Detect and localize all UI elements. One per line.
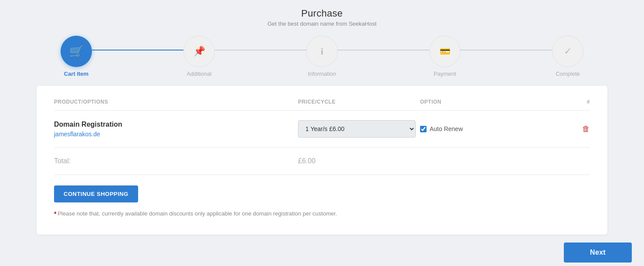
- step-information[interactable]: i Information: [306, 36, 338, 77]
- step-label-information: Information: [308, 71, 336, 77]
- auto-renew-label: Auto Renew: [430, 125, 463, 132]
- step-line-4: [461, 50, 552, 51]
- step-line-2: [215, 50, 306, 51]
- step-circle-complete: ✓: [552, 36, 583, 67]
- actions-row: CONTINUE SHOPPING * Please note that, cu…: [54, 175, 590, 222]
- product-domain[interactable]: jamesflarakos.de: [54, 131, 298, 138]
- main-card: PRODUCT/OPTIONS PRICE/CYCLE OPTION # Dom…: [37, 86, 607, 235]
- total-amount: £6.00: [298, 157, 420, 165]
- step-payment[interactable]: 💳 Payment: [429, 36, 461, 77]
- total-label: Total:: [54, 157, 298, 165]
- delete-col[interactable]: 🗑: [516, 125, 590, 134]
- continue-shopping-button[interactable]: CONTINUE SHOPPING: [54, 185, 138, 202]
- table-header: PRODUCT/OPTIONS PRICE/CYCLE OPTION #: [54, 99, 590, 111]
- next-button[interactable]: Next: [564, 242, 632, 263]
- product-name: Domain Registration: [54, 121, 298, 128]
- col-header-hash: #: [516, 99, 590, 105]
- page-title: Purchase: [268, 8, 376, 19]
- col-header-product: PRODUCT/OPTIONS: [54, 99, 298, 105]
- step-additional[interactable]: 📌 Additional: [183, 36, 215, 77]
- stepper: 🛒 Cart Item 📌 Additional i Information: [0, 31, 644, 86]
- step-line-1: [92, 50, 183, 51]
- step-circle-information: i: [306, 36, 338, 67]
- step-line-3: [338, 50, 429, 51]
- step-label-cart-item: Cart Item: [64, 71, 88, 77]
- col-header-price: PRICE/CYCLE: [298, 99, 420, 105]
- disclaimer: * Please note that, currently available …: [54, 210, 590, 217]
- delete-icon[interactable]: 🗑: [582, 125, 590, 133]
- step-circle-additional: 📌: [183, 36, 215, 67]
- step-cart-item[interactable]: 🛒 Cart Item: [61, 36, 92, 77]
- col-header-option: OPTION: [420, 99, 516, 105]
- total-row: Total: £6.00: [54, 148, 590, 175]
- price-select-wrapper[interactable]: 1 Year/s £6.00 2 Year/s £12.00 3 Year/s …: [298, 120, 420, 138]
- table-row: Domain Registration jamesflarakos.de 1 Y…: [54, 111, 590, 148]
- step-complete[interactable]: ✓ Complete: [552, 36, 583, 77]
- price-cycle-select[interactable]: 1 Year/s £6.00 2 Year/s £12.00 3 Year/s …: [298, 120, 416, 138]
- step-label-complete: Complete: [556, 71, 580, 77]
- step-label-payment: Payment: [434, 71, 456, 77]
- step-circle-payment: 💳: [429, 36, 461, 67]
- auto-renew-checkbox[interactable]: [420, 126, 427, 132]
- disclaimer-text: Please note that, currently available do…: [58, 210, 337, 217]
- step-circle-cart-item: 🛒: [61, 36, 92, 67]
- disclaimer-star: *: [54, 210, 56, 217]
- page-subtitle: Get the best domain name from SeekaHost: [268, 20, 376, 27]
- step-label-additional: Additional: [186, 71, 211, 77]
- next-button-wrapper: Next: [0, 235, 644, 266]
- page-header: Purchase Get the best domain name from S…: [268, 0, 376, 31]
- option-col: Auto Renew: [420, 125, 516, 132]
- product-info: Domain Registration jamesflarakos.de: [54, 121, 298, 138]
